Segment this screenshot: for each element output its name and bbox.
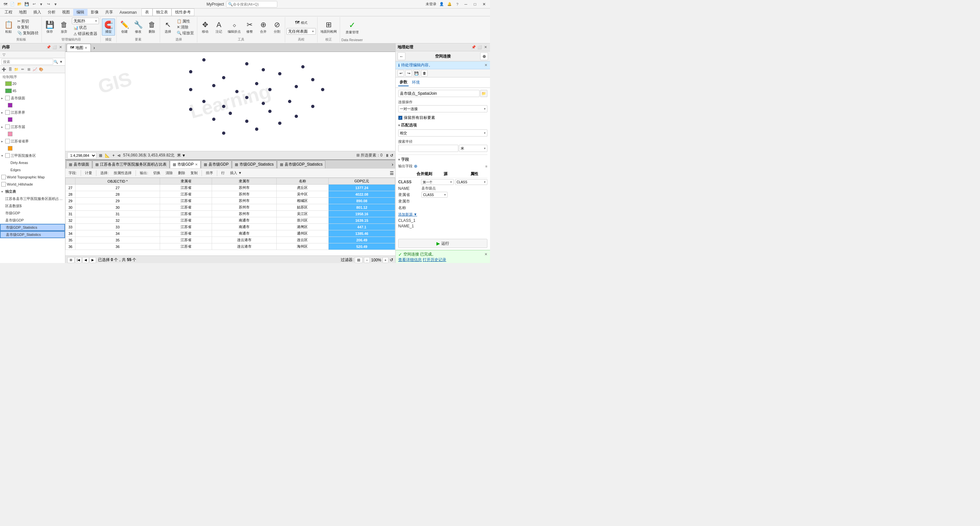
- table-map-view-icon[interactable]: ⊞: [67, 257, 75, 263]
- table-content[interactable]: OBJECTID * 隶属省 隶属市 名称 GDP亿元 27 27 江苏省 苏州…: [65, 178, 395, 255]
- target-features-input[interactable]: 县市级点_SpatialJoin: [398, 90, 480, 97]
- status-button[interactable]: 📊状态: [72, 25, 99, 30]
- menu-table[interactable]: 表: [142, 8, 153, 16]
- join-operation-select[interactable]: 一对一连接: [398, 105, 487, 112]
- search-radius-unit-select[interactable]: 米: [459, 145, 487, 152]
- menu-project[interactable]: 工程: [1, 9, 16, 16]
- layer-county-face-color[interactable]: [0, 102, 65, 109]
- undo-btn[interactable]: ↩: [398, 70, 404, 77]
- geo-pin-icon[interactable]: 📌: [471, 45, 476, 50]
- layer-edges[interactable]: Edges: [0, 166, 65, 174]
- panel-pin-icon[interactable]: 📌: [46, 45, 51, 50]
- menu-view[interactable]: 视图: [59, 9, 73, 16]
- match-options-section[interactable]: ▾ 匹配选项: [398, 123, 487, 128]
- paste-button[interactable]: 📋 粘贴: [2, 19, 15, 36]
- table-tab-county-face[interactable]: ⊞ 县市级面: [66, 160, 92, 168]
- col-province[interactable]: 隶属省: [160, 178, 212, 185]
- zoom-out-btn[interactable]: −: [364, 257, 370, 263]
- calculate-btn[interactable]: 计量: [83, 170, 94, 177]
- checkbox-jiangsu-province[interactable]: [5, 139, 10, 143]
- match-select[interactable]: 相交: [398, 129, 487, 137]
- col-gdp[interactable]: GDP亿元: [329, 178, 395, 185]
- paint-icon[interactable]: 🎨: [38, 67, 44, 72]
- standalone-city-gdp-stats[interactable]: 市级GDP_Statistics: [0, 224, 65, 231]
- target-features-browse-icon[interactable]: 📁: [480, 90, 487, 97]
- database-icon[interactable]: 🗄: [8, 67, 13, 72]
- switch-btn[interactable]: 切换: [151, 170, 162, 177]
- checkbox-jiangsu-city[interactable]: [5, 124, 10, 129]
- col-objectid[interactable]: OBJECTID *: [75, 178, 160, 185]
- more-icon[interactable]: ▼: [53, 2, 58, 7]
- topology-dropdown[interactable]: 无拓扑▼: [72, 18, 99, 24]
- command-search-input[interactable]: [233, 2, 275, 6]
- table-tab-city-stats[interactable]: ⊞ 市级GDP_Statistics: [232, 160, 277, 168]
- clear-selection-button[interactable]: ✕清除: [175, 24, 196, 30]
- close-button[interactable]: ✕: [481, 2, 487, 7]
- snap-button[interactable]: 🧲 捕捉: [102, 19, 115, 36]
- quality-management-button[interactable]: ✓ 质量管理: [344, 19, 360, 36]
- checkbox-world-hillshade[interactable]: [1, 182, 6, 186]
- pause-icon[interactable]: ⏸: [385, 153, 389, 158]
- keep-all-checkbox[interactable]: ✓: [398, 116, 402, 120]
- map-tab-close[interactable]: ✕: [84, 46, 87, 49]
- first-page-btn[interactable]: |◀: [75, 257, 82, 263]
- copy-button[interactable]: ⧉复制: [16, 24, 40, 30]
- field-section-header[interactable]: ▾ 字段: [398, 157, 487, 163]
- delete-run-btn[interactable]: 🗑: [421, 70, 428, 77]
- table-row[interactable]: 29 29 江苏省 苏州市 相城区 890.08: [66, 198, 395, 204]
- layer-jiangsu-boundary-color[interactable]: [0, 116, 65, 123]
- layer-jiangsu-province-color[interactable]: [0, 145, 65, 152]
- save-run-btn[interactable]: 💾: [413, 70, 420, 77]
- cut-button[interactable]: ✂剪切: [16, 19, 40, 24]
- error-inspector-button[interactable]: ⚠错误检查器: [72, 31, 99, 37]
- standalone-city-gdp[interactable]: 市级GDP: [0, 209, 65, 217]
- table-row[interactable]: 30 30 江苏省 苏州市 姑苏区 801.12: [66, 204, 395, 211]
- table-tabs-more-icon[interactable]: ›: [390, 161, 395, 167]
- view-details-link[interactable]: 查看详细信息: [398, 257, 422, 262]
- menu-insert[interactable]: 插入: [30, 9, 45, 16]
- new-icon[interactable]: 📄: [10, 2, 15, 7]
- minimize-button[interactable]: ─: [463, 2, 469, 7]
- table-tab-hospital[interactable]: ⊞ 江苏各县市三甲医院服务区面积占比表: [92, 160, 170, 168]
- layer-world-hillshade[interactable]: World_Hillshade: [0, 181, 65, 188]
- split-button[interactable]: ⊘ 分割: [270, 19, 283, 36]
- map-tab-main[interactable]: 🗺 地图 ✕: [67, 44, 91, 52]
- col-name[interactable]: 名称: [276, 178, 328, 185]
- success-close[interactable]: ✕: [484, 252, 487, 257]
- menu-linear[interactable]: 线性参考: [172, 8, 194, 16]
- table-row[interactable]: 32 32 江苏省 南通市 崇川区 1639.15: [66, 217, 395, 224]
- table-row[interactable]: 31 31 江苏省 苏州市 吴江区 1958.16: [66, 211, 395, 217]
- filter-button[interactable]: ⊞: [355, 257, 363, 263]
- layer-hospital-service[interactable]: ▾ 三甲医院服务区: [0, 152, 65, 159]
- remove-btn[interactable]: 删除: [176, 170, 187, 177]
- menu-imagery[interactable]: 影像: [88, 9, 102, 16]
- standalone-section-header[interactable]: ▾ 独立表: [0, 188, 65, 195]
- standalone-county-data[interactable]: 区县数据$: [0, 202, 65, 209]
- checkbox-county-face[interactable]: [5, 96, 10, 100]
- chart-icon[interactable]: 📈: [32, 67, 38, 72]
- table-row[interactable]: 35 35 江苏省 连云港市 连云区 206.49: [66, 237, 395, 243]
- geo-tab-env[interactable]: 环境: [410, 79, 421, 86]
- run-button[interactable]: ▶ 运行: [398, 239, 487, 248]
- move-button[interactable]: ✥ 移动: [199, 19, 212, 36]
- checkbox-world-topo[interactable]: [1, 175, 6, 179]
- properties-button[interactable]: 📋属性: [175, 19, 196, 24]
- zoom-to-selection-button[interactable]: 🔍缩放至: [175, 30, 196, 36]
- draw-icon[interactable]: ✏: [20, 67, 25, 72]
- copy-path-button[interactable]: 📎复制路径: [16, 30, 40, 36]
- layer-item-45[interactable]: 45: [0, 87, 65, 94]
- layer-jiangsu-city[interactable]: ▸ 江苏市届: [0, 123, 65, 130]
- search-radius-input[interactable]: [398, 145, 458, 152]
- filter-icon[interactable]: ▽: [1, 52, 6, 57]
- help-icon[interactable]: ?: [455, 2, 460, 7]
- content-search-input[interactable]: [1, 59, 53, 65]
- ground-to-grid-button[interactable]: ⊞ 地面到检网: [319, 19, 339, 36]
- command-search-box[interactable]: 🔍: [226, 1, 277, 8]
- standalone-hospital-table[interactable]: 江苏各县市三甲医院服务区面积占比表: [0, 195, 65, 202]
- geo-add-btn[interactable]: ⊕: [480, 52, 488, 60]
- geo-close-icon[interactable]: ✕: [483, 45, 488, 50]
- sort-btn[interactable]: 排序: [204, 170, 215, 177]
- menu-share[interactable]: 共享: [102, 9, 116, 16]
- scale-dropdown[interactable]: 1:4,298,084: [67, 152, 96, 159]
- prev-page-btn[interactable]: ◀: [82, 257, 89, 263]
